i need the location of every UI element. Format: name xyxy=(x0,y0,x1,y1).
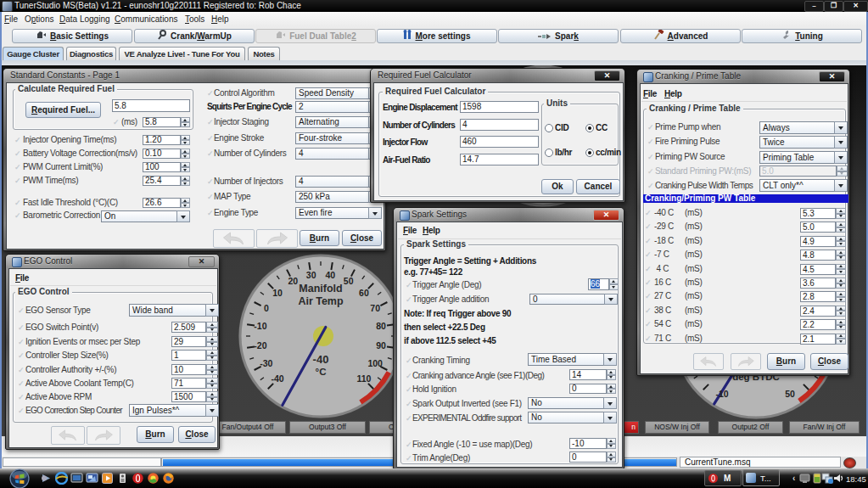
svg-text:°C: °C xyxy=(316,367,327,377)
svg-text:90: 90 xyxy=(376,340,386,351)
svg-text:-10: -10 xyxy=(715,389,728,399)
svg-text:20: 20 xyxy=(288,276,298,286)
svg-text:80: 80 xyxy=(376,321,386,331)
svg-text:Air Temp: Air Temp xyxy=(298,295,344,307)
svg-text:110: 110 xyxy=(356,373,371,384)
svg-text:70: 70 xyxy=(370,303,380,313)
svg-text:50: 50 xyxy=(344,276,354,286)
svg-text:-40: -40 xyxy=(272,373,284,384)
svg-text:-10: -10 xyxy=(254,321,266,331)
svg-text:-20: -20 xyxy=(254,340,266,351)
svg-text:-40: -40 xyxy=(313,353,329,366)
svg-text:100: 100 xyxy=(367,358,383,368)
svg-text:50: 50 xyxy=(785,389,795,399)
svg-text:-30: -30 xyxy=(260,358,272,368)
svg-text:10: 10 xyxy=(272,288,283,298)
svg-text:0: 0 xyxy=(264,303,269,313)
svg-text:30: 30 xyxy=(306,270,316,280)
svg-text:Manifold: Manifold xyxy=(299,283,342,294)
svg-text:60: 60 xyxy=(359,288,369,298)
svg-text:40: 40 xyxy=(325,270,335,280)
